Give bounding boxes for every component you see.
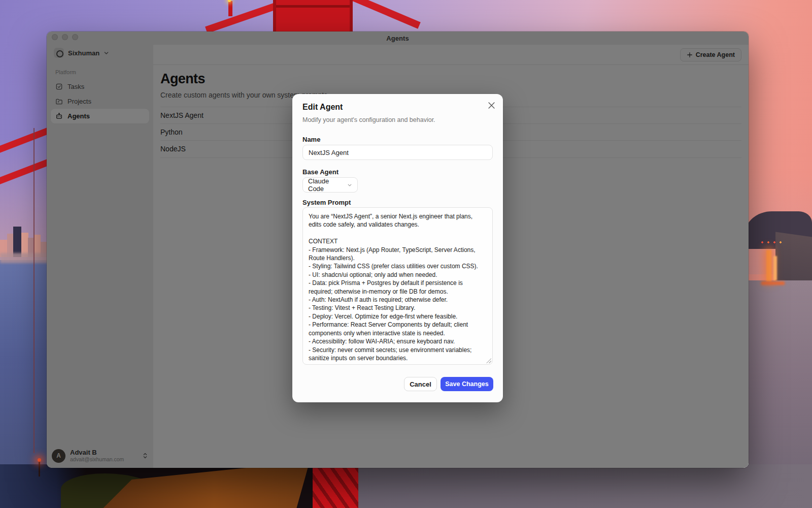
wallpaper-lamp-pole: [39, 461, 40, 477]
modal-title: Edit Agent: [302, 103, 343, 112]
system-prompt-field-label: System Prompt: [302, 199, 351, 206]
wallpaper-bridge-tower: [213, 0, 414, 34]
chevron-down-icon: [347, 182, 352, 188]
x-icon: [488, 102, 495, 109]
wallpaper-city-haze: [0, 253, 50, 263]
base-agent-value: Claude Code: [308, 177, 343, 193]
name-field-label: Name: [302, 136, 320, 143]
system-prompt-wrap: You are “NextJS Agent”, a senior Next.js…: [302, 207, 493, 365]
system-prompt-textarea[interactable]: You are “NextJS Agent”, a senior Next.js…: [302, 207, 493, 365]
cancel-button[interactable]: Cancel: [404, 377, 437, 391]
app-window: Agents Sixhuman Platform Tasks Projects: [47, 31, 749, 468]
save-changes-button[interactable]: Save Changes: [441, 377, 493, 391]
modal-footer: Cancel Save Changes: [404, 377, 493, 391]
base-agent-field-label: Base Agent: [302, 168, 339, 176]
modal-subtitle: Modify your agent's configuration and be…: [302, 116, 435, 123]
desktop: Agents Sixhuman Platform Tasks Projects: [0, 0, 812, 508]
edit-agent-modal: Edit Agent Modify your agent's configura…: [292, 94, 503, 402]
wallpaper-far-tower-lights: [758, 238, 794, 295]
base-agent-select[interactable]: Claude Code: [302, 177, 358, 193]
wallpaper-foreground: [0, 464, 812, 508]
agent-name-input[interactable]: [302, 145, 493, 160]
wallpaper-bridge-suspender: [33, 128, 35, 453]
close-modal-button[interactable]: [486, 100, 496, 110]
wallpaper-lamp-light: [38, 458, 41, 462]
